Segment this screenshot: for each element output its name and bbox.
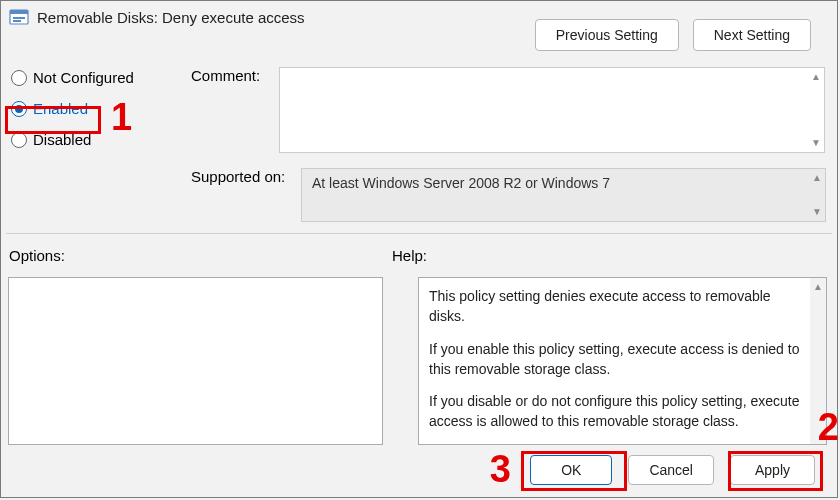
options-label: Options: — [9, 247, 65, 264]
help-paragraph: This policy setting denies execute acces… — [429, 286, 808, 327]
annotation-2: 2 — [818, 406, 839, 449]
dialog-title: Removable Disks: Deny execute access — [37, 9, 305, 26]
previous-setting-button[interactable]: Previous Setting — [535, 19, 679, 51]
radio-label: Disabled — [33, 131, 91, 148]
radio-not-configured[interactable]: Not Configured — [11, 69, 134, 86]
scroll-up-icon[interactable]: ▲ — [811, 72, 821, 82]
policy-icon — [9, 7, 29, 27]
scroll-up-icon[interactable]: ▲ — [812, 173, 822, 183]
scroll-up-icon[interactable]: ▲ — [813, 282, 823, 292]
policy-dialog: Removable Disks: Deny execute access Pre… — [0, 0, 838, 498]
annotation-1: 1 — [111, 96, 132, 139]
radio-icon — [11, 70, 27, 86]
svg-rect-3 — [13, 20, 21, 22]
dialog-buttons: OK Cancel Apply — [530, 455, 815, 485]
help-label: Help: — [392, 247, 427, 264]
radio-icon — [11, 101, 27, 117]
radio-label: Not Configured — [33, 69, 134, 86]
radio-label: Enabled — [33, 100, 88, 117]
supported-on-box: At least Windows Server 2008 R2 or Windo… — [301, 168, 826, 222]
help-box: This policy setting denies execute acces… — [418, 277, 827, 445]
nav-buttons: Previous Setting Next Setting — [535, 19, 811, 51]
supported-on-value: At least Windows Server 2008 R2 or Windo… — [312, 175, 610, 191]
scroll-down-icon[interactable]: ▼ — [811, 138, 821, 148]
svg-rect-2 — [13, 17, 25, 19]
next-setting-button[interactable]: Next Setting — [693, 19, 811, 51]
radio-icon — [11, 132, 27, 148]
cancel-button[interactable]: Cancel — [628, 455, 714, 485]
help-paragraph: If you enable this policy setting, execu… — [429, 339, 808, 380]
comment-textarea[interactable]: ▲ ▼ — [279, 67, 825, 153]
help-paragraph: If you disable or do not configure this … — [429, 391, 808, 432]
apply-button[interactable]: Apply — [730, 455, 815, 485]
divider — [6, 233, 832, 234]
options-box — [8, 277, 383, 445]
annotation-3: 3 — [490, 448, 511, 491]
ok-button[interactable]: OK — [530, 455, 612, 485]
svg-rect-1 — [10, 10, 28, 14]
comment-label: Comment: — [191, 67, 260, 84]
supported-on-label: Supported on: — [191, 168, 285, 185]
scroll-down-icon[interactable]: ▼ — [812, 207, 822, 217]
